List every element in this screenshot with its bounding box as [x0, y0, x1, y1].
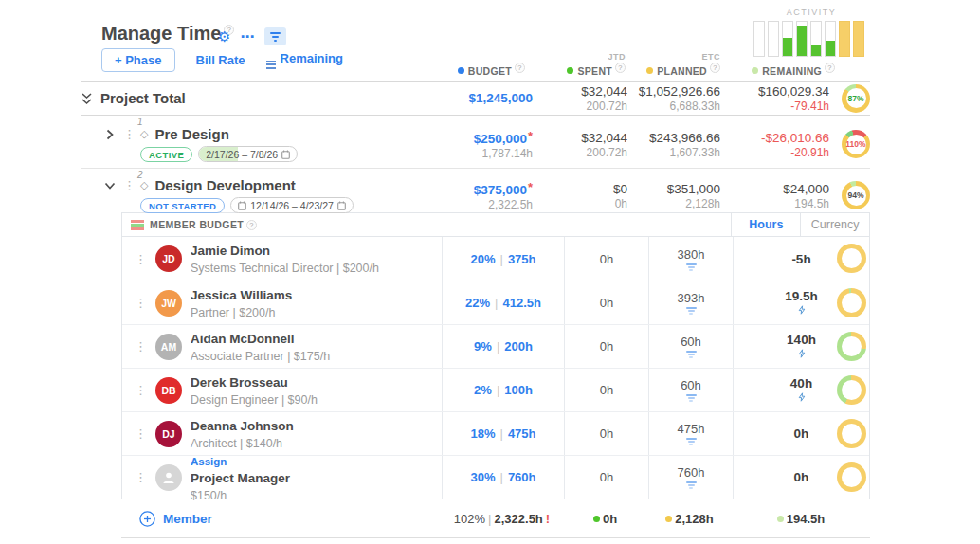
member-progress-donut	[837, 462, 866, 492]
member-progress-donut	[837, 288, 866, 317]
project-remaining-hours: -79.41h	[720, 100, 829, 113]
member-row: ⋮AM Aidan McDonnellAssociate Partner | $…	[122, 324, 869, 368]
phase-planned-hours: 2,128h	[627, 197, 720, 210]
project-progress-donut: 87%	[842, 84, 870, 113]
member-name: Jamie Dimon	[191, 244, 270, 258]
reallocate-icon[interactable]	[686, 481, 697, 489]
activity-bars	[753, 21, 869, 57]
reallocate-icon[interactable]	[686, 394, 697, 402]
collapse-all-icon[interactable]	[81, 92, 93, 105]
status-badge[interactable]: ACTIVE	[140, 147, 192, 162]
spark-icon	[798, 391, 806, 405]
help-icon[interactable]: ?	[246, 220, 257, 230]
member-name: Aidan McDonnell	[191, 332, 295, 346]
member-planned: 475h	[648, 412, 733, 455]
planned-dot-icon	[646, 67, 653, 74]
assign-link[interactable]: Assign	[191, 456, 227, 467]
project-budget-value[interactable]: $1,245,000	[409, 90, 533, 106]
add-member-button[interactable]: Member	[139, 511, 212, 527]
phase-budget-hours: 1,787.14h	[409, 147, 533, 160]
drag-handle-icon[interactable]: ⋮	[135, 384, 147, 396]
date-range-pill[interactable]: 12/14/26 – 4/23/27	[230, 197, 354, 213]
member-row: ⋮JW Jessica WilliamsPartner | $200/h 22%…	[122, 281, 869, 324]
activity-bar	[768, 21, 779, 57]
page-title: Manage Time?	[101, 23, 234, 45]
phase-spent-value: $32,044	[533, 130, 627, 146]
help-icon[interactable]: ?	[710, 63, 720, 73]
member-budget-header: MEMBER BUDGET? Hours Currency	[122, 213, 869, 237]
reallocate-icon[interactable]	[686, 438, 697, 445]
member-role: $150/h	[191, 489, 227, 502]
budget-dot-icon	[458, 67, 464, 74]
member-budget-title: MEMBER BUDGET?	[122, 213, 731, 236]
member-allocation[interactable]: 22%|412.5h	[442, 281, 564, 324]
total-allocation: 102%|2,322.5h!	[441, 512, 563, 526]
member-spent: 0h	[564, 281, 648, 324]
member-allocation[interactable]: 2%|100h	[442, 369, 564, 411]
phase-planned-value: $243,966.66	[627, 130, 720, 146]
member-allocation[interactable]: 18%|475h	[442, 412, 564, 455]
tab-currency[interactable]: Currency	[800, 213, 869, 236]
phase-row-pre-design: 1 ⋮ ◇ Pre Design ACTIVE 2/17/26 – 7/8/26…	[81, 116, 870, 169]
reallocate-icon[interactable]	[686, 263, 697, 271]
avatar: JW	[155, 290, 182, 317]
tab-hours[interactable]: Hours	[731, 213, 800, 236]
member-allocation[interactable]: 9%|200h	[442, 325, 564, 368]
drag-handle-icon[interactable]: ⋮	[135, 297, 147, 309]
project-total-row: Project Total $1,245,000 $32,044200.72h …	[81, 82, 870, 116]
drag-handle-icon[interactable]: ⋮	[135, 427, 147, 440]
member-planned: 760h	[648, 456, 733, 499]
member-allocation[interactable]: 20%|375h	[442, 237, 564, 281]
project-planned-hours: 6,688.33h	[627, 100, 720, 113]
member-remaining: 140h	[733, 325, 869, 368]
member-progress-donut	[837, 332, 866, 361]
activity-bar	[753, 21, 765, 57]
activity-bar	[810, 21, 822, 57]
member-role: Design Engineer | $90/h	[191, 393, 318, 407]
phase-number: 1	[137, 117, 143, 127]
collapse-chevron-icon[interactable]	[103, 182, 117, 190]
date-range-pill[interactable]: 2/17/26 – 7/8/26	[198, 146, 298, 162]
drag-handle-icon[interactable]: ⋮	[135, 340, 147, 353]
member-row-unassigned: ⋮ AssignProject Manager$150/h 30%|760h 0…	[122, 455, 869, 499]
more-menu-icon[interactable]: ⋯	[240, 29, 255, 44]
status-badge[interactable]: NOT STARTED	[140, 198, 225, 213]
reallocate-icon[interactable]	[686, 307, 697, 315]
member-allocation[interactable]: 30%|760h	[442, 456, 564, 499]
activity-bar	[853, 21, 864, 57]
phase-progress-donut: 94%	[842, 181, 870, 209]
phase-remaining-hours: 194.5h	[720, 197, 829, 210]
drag-handle-icon[interactable]: ⋮	[123, 179, 136, 191]
phase-spent-value: $0	[533, 181, 627, 197]
member-role: Partner | $200/h	[191, 306, 275, 319]
activity-bar	[782, 21, 793, 57]
member-role: Systems Technical Director | $200/h	[191, 262, 379, 275]
member-planned: 60h	[648, 369, 733, 411]
member-spent: 0h	[564, 412, 648, 455]
help-icon[interactable]: ?	[615, 63, 626, 73]
filter-icon[interactable]	[264, 27, 286, 45]
phase-diamond-icon: ◇	[140, 179, 148, 191]
phase-budget-hours: 2,322.5h	[409, 198, 533, 211]
reallocate-icon[interactable]	[686, 351, 697, 358]
drag-handle-icon[interactable]: ⋮	[135, 253, 147, 265]
member-planned: 60h	[648, 325, 733, 368]
drag-handle-icon[interactable]: ⋮	[135, 471, 147, 483]
phase-budget-value[interactable]: $250,000*	[409, 128, 533, 147]
drag-handle-icon[interactable]: ⋮	[123, 128, 136, 140]
member-spent: 0h	[564, 237, 648, 281]
project-remaining-value: $160,029.34	[720, 83, 829, 100]
gear-icon[interactable]: ⚙	[218, 29, 230, 44]
help-icon[interactable]: ?	[825, 63, 835, 73]
avatar: DB	[155, 377, 182, 404]
help-icon[interactable]: ?	[515, 63, 525, 73]
member-remaining: -5h	[733, 237, 869, 281]
member-planned: 380h	[648, 237, 733, 281]
member-progress-donut	[837, 244, 866, 273]
member-progress-donut	[837, 375, 866, 405]
phase-spent-hours: 200.72h	[533, 146, 627, 159]
phase-name: Pre Design	[154, 126, 228, 142]
phase-budget-value[interactable]: $375,000*	[409, 179, 533, 198]
project-spent-hours: 200.72h	[533, 100, 627, 113]
expand-chevron-icon[interactable]	[103, 129, 117, 140]
